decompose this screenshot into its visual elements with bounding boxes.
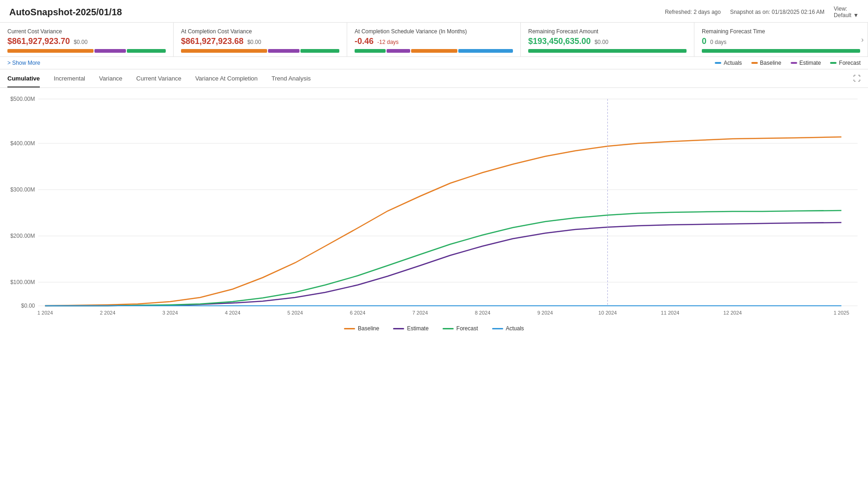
kpi-bar [528,49,687,53]
legend-label: Actuals [724,60,742,66]
chart-area: $500.00M $400.00M $300.00M $200.00M $100… [0,88,868,321]
kpi-bar [702,49,860,53]
svg-text:10 2024: 10 2024 [599,310,617,316]
bar-segment [300,49,340,53]
kpi-value-row: $193,450,635.00 $0.00 [528,37,687,46]
chart-legend-label: Forecast [456,325,478,332]
legend-color [791,62,797,64]
show-more-button[interactable]: > Show More [7,60,40,66]
bar-segment [181,49,267,53]
svg-text:$400.00M: $400.00M [10,140,35,147]
kpi-value-row: 0 0 days [702,37,860,46]
legend-item: Estimate [791,60,821,66]
kpi-value: $861,927,923.70 [7,37,70,46]
kpi-card: Remaining Forecast Time 0 0 days [694,23,868,56]
bar-segment [528,49,687,53]
estimate-line [45,223,842,306]
bar-segment [458,49,513,53]
chart-legend-color [492,328,503,329]
svg-text:11 2024: 11 2024 [661,310,680,316]
svg-text:6 2024: 6 2024 [350,310,366,316]
bar-segment [387,49,410,53]
kpi-secondary: $0.00 [74,39,87,45]
kpi-value-row: $861,927,923.68 $0.00 [181,37,339,46]
svg-text:1 2024: 1 2024 [37,310,53,316]
view-select[interactable]: Default ▼ [834,12,859,19]
kpi-value: -0.46 [355,37,374,46]
kpi-card: At Completion Schedule Variance (In Mont… [347,23,521,56]
kpi-card: Remaining Forecast Amount $193,450,635.0… [521,23,694,56]
kpi-value-row: $861,927,923.70 $0.00 [7,37,166,46]
kpi-label: Remaining Forecast Time [702,28,860,35]
chart-legend-color [393,328,404,329]
svg-text:$0.00: $0.00 [21,303,35,309]
tab-item[interactable]: Trend Analysis [272,69,311,87]
svg-text:9 2024: 9 2024 [537,310,553,316]
kpi-secondary: -12 days [377,39,399,45]
kpi-card: Current Cost Variance $861,927,923.70 $0… [0,23,174,56]
snapshot-label: Snapshot as on: 01/18/2025 02:16 AM [730,9,824,15]
svg-text:$300.00M: $300.00M [10,186,35,193]
bar-segment [7,49,94,53]
svg-text:5 2024: 5 2024 [287,310,303,316]
chart-legend-label: Actuals [506,325,524,332]
chart-legend-color [443,328,454,329]
baseline-line [45,137,842,306]
chart-legend-item: Baseline [344,325,379,332]
legend-item: Baseline [751,60,781,66]
kpi-row: Current Cost Variance $861,927,923.70 $0… [0,23,868,57]
chart-legend-label: Estimate [407,325,429,332]
chevron-down-icon[interactable]: ▼ [853,12,859,19]
tab-item[interactable]: Cumulative [7,69,40,87]
chart-legend-item: Actuals [492,325,524,332]
svg-text:$200.00M: $200.00M [10,233,35,239]
chart-legend-color [344,328,355,329]
bar-segment [94,49,126,53]
kpi-secondary: $0.00 [247,39,261,45]
chart-legend: Baseline Estimate Forecast Actuals [0,321,868,338]
kpi-card: At Completion Cost Variance $861,927,923… [174,23,347,56]
bar-segment [411,49,458,53]
show-more-row: > Show More Actuals Baseline Estimate Fo… [0,57,868,69]
kpi-value: 0 [702,37,706,46]
svg-text:$100.00M: $100.00M [10,279,35,285]
legend-item: Forecast [830,60,861,66]
tabs-row: CumulativeIncrementalVarianceCurrent Var… [0,69,868,88]
chart-svg: $500.00M $400.00M $300.00M $200.00M $100… [7,93,861,319]
legend-label: Estimate [799,60,821,66]
refreshed-label: Refreshed: 2 days ago [665,9,721,15]
header-meta: Refreshed: 2 days ago Snapshot as on: 01… [665,6,859,19]
chevron-right-icon[interactable]: › [857,23,868,56]
page-title: AutoSnapshot-2025/01/18 [9,7,122,18]
chart-legend-item: Estimate [393,325,429,332]
svg-text:3 2024: 3 2024 [162,310,178,316]
kpi-value: $193,450,635.00 [528,37,591,46]
kpi-label: Remaining Forecast Amount [528,28,687,35]
bar-segment [268,49,300,53]
tab-item[interactable]: Current Variance [136,69,181,87]
kpi-bar [355,49,513,53]
tab-item[interactable]: Variance [99,69,122,87]
svg-text:8 2024: 8 2024 [475,310,491,316]
kpi-secondary: $0.00 [594,39,608,45]
legend-color [751,62,758,64]
svg-text:1 2025: 1 2025 [834,310,849,316]
svg-text:4 2024: 4 2024 [225,310,241,316]
kpi-label: Current Cost Variance [7,28,166,35]
svg-text:7 2024: 7 2024 [412,310,428,316]
view-label: View: Default ▼ [834,6,859,19]
legend-label: Baseline [760,60,781,66]
svg-text:$500.00M: $500.00M [10,96,35,102]
tab-item[interactable]: Variance At Completion [195,69,258,87]
bar-segment [127,49,166,53]
expand-icon[interactable]: ⛶ [853,74,861,83]
tab-item[interactable]: Incremental [54,69,85,87]
chart-legend-label: Baseline [358,325,379,332]
chart-legend-item: Forecast [443,325,478,332]
kpi-bar [181,49,339,53]
bar-segment [355,49,386,53]
header-bar: AutoSnapshot-2025/01/18 Refreshed: 2 day… [0,0,868,23]
kpi-label: At Completion Cost Variance [181,28,339,35]
kpi-value-row: -0.46 -12 days [355,37,513,46]
legend-color [830,62,837,64]
